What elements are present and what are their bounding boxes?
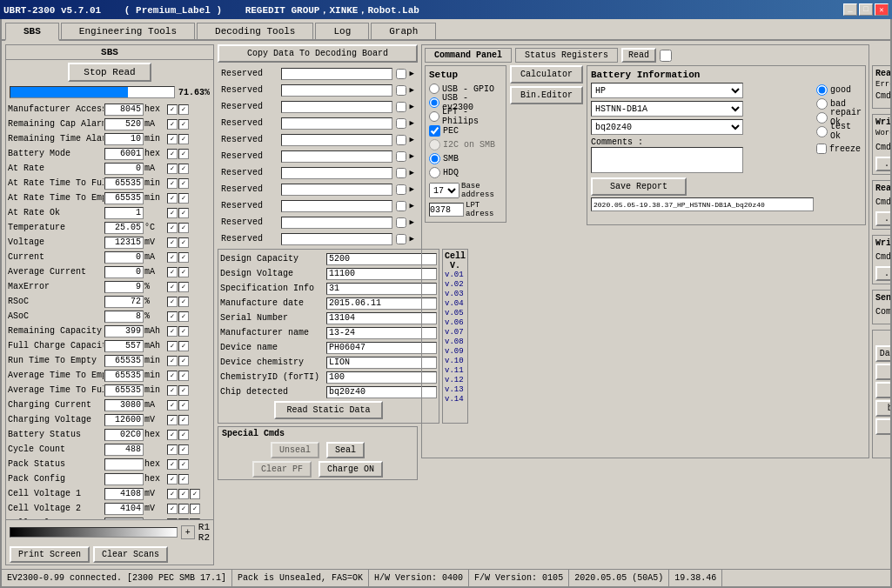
sbs-value-avg-time-empty[interactable] <box>104 370 144 382</box>
static-input-device-chemistry[interactable] <box>326 357 437 369</box>
sbs-value-battery-mode[interactable] <box>104 148 144 160</box>
reserved-check-6[interactable] <box>396 168 406 178</box>
reserved-check-10[interactable] <box>396 234 406 244</box>
sbs-value-rsoc[interactable] <box>104 296 144 308</box>
print-screen-button[interactable]: Print Screen <box>10 546 90 563</box>
reserved-check-4[interactable] <box>396 135 406 145</box>
tab-sbs[interactable]: SBS <box>5 23 59 41</box>
renesas-button[interactable]: Renesas <box>875 382 890 398</box>
reserved-check-9[interactable] <box>396 217 406 228</box>
static-input-chemistry-id[interactable] <box>326 371 437 384</box>
clear-scans-button[interactable]: Clear Scans <box>93 546 168 563</box>
battery-chemistry-select[interactable]: bq20z40 <box>591 119 743 135</box>
usb-ev2300-radio[interactable] <box>429 97 439 108</box>
static-input-mfg-date[interactable] <box>326 297 437 310</box>
sbs-value-charging-voltage[interactable] <box>104 414 144 426</box>
sbs-value-pack-config[interactable] <box>104 473 144 485</box>
reserved-input-8[interactable] <box>281 200 392 212</box>
sbs-value-full-charge-capacity[interactable] <box>104 340 144 352</box>
sbs-value-cell-voltage-1[interactable] <box>104 488 144 500</box>
charge-on-button[interactable]: Charge ON <box>319 461 383 478</box>
sbs-value-remaining-cap-alarm[interactable] <box>104 118 144 130</box>
minimize-button[interactable]: _ <box>843 3 857 16</box>
sbs-value-at-rate-ok[interactable] <box>104 207 144 219</box>
cmd-read-button[interactable]: Read <box>621 48 656 63</box>
write-word-dots-button[interactable]: .. <box>875 157 890 171</box>
static-input-design-capacity[interactable] <box>326 253 437 265</box>
reserved-check-3[interactable] <box>396 118 406 129</box>
reserved-input-2[interactable] <box>281 101 392 113</box>
repair-ok-radio[interactable] <box>816 112 828 124</box>
i2c-smb-radio[interactable] <box>429 139 440 150</box>
good-radio[interactable] <box>816 84 828 96</box>
reserved-input-5[interactable] <box>281 150 392 163</box>
sbs-value-remaining-capacity[interactable] <box>104 325 144 337</box>
reserved-input-7[interactable] <box>281 184 392 196</box>
usb-gpio-radio[interactable] <box>429 84 439 94</box>
sbs-value-asoc[interactable] <box>104 311 144 323</box>
tab-graph[interactable]: Graph <box>371 23 436 39</box>
sbs-value-pack-status[interactable] <box>104 458 144 471</box>
static-input-spec-info[interactable] <box>326 283 437 295</box>
sbs-value-cell-voltage-2[interactable] <box>104 503 144 515</box>
tab-decoding[interactable]: Decoding Tools <box>197 23 313 39</box>
battery-manufacturer-select[interactable]: HP <box>591 83 743 98</box>
clear-pf-button[interactable]: Clear PF <box>252 461 312 478</box>
reserved-check-1[interactable] <box>396 85 406 96</box>
add-icon[interactable]: + <box>181 525 195 539</box>
save-report-button[interactable]: Save Report <box>591 177 687 196</box>
sbs-value-at-rate-empty[interactable] <box>104 192 144 204</box>
sbs-value-voltage[interactable] <box>104 237 144 249</box>
lpt-radio[interactable] <box>429 111 439 122</box>
sbs-value-cycle-count[interactable] <box>104 444 144 456</box>
sbs-value-average-current[interactable] <box>104 266 144 278</box>
freeze-checkbox[interactable] <box>816 144 827 154</box>
reserved-check-0[interactable] <box>396 69 406 79</box>
reserved-input-9[interactable] <box>281 217 392 229</box>
copy-data-button[interactable]: Copy Data To Decoding Board <box>218 44 418 63</box>
sbs-value-at-rate[interactable] <box>104 163 144 175</box>
reserved-check-7[interactable] <box>396 184 406 195</box>
status-reg-tab[interactable]: Status Registers <box>515 48 618 63</box>
reserved-check-8[interactable] <box>396 201 406 211</box>
base-addr-select[interactable]: 17 <box>429 183 459 198</box>
static-input-design-voltage[interactable] <box>326 268 437 280</box>
seal-button[interactable]: Seal <box>326 442 365 458</box>
calculator-button[interactable]: Calculator <box>510 65 583 84</box>
read-static-data-button[interactable]: Read Static Data <box>274 401 382 419</box>
reserved-check-2[interactable] <box>396 102 406 112</box>
sbs-value-charging-current[interactable] <box>104 399 144 411</box>
only-flash-button[interactable]: Only Flash <box>875 418 890 435</box>
static-input-device-name[interactable] <box>326 342 437 354</box>
sbs-value-battery-status[interactable] <box>104 429 144 441</box>
reserved-check-5[interactable] <box>396 151 406 162</box>
cmd-panel-tab[interactable]: Command Panel <box>425 48 512 63</box>
maximize-button[interactable]: □ <box>859 3 873 16</box>
comments-input[interactable] <box>591 147 743 173</box>
sbs-value-maxerror[interactable] <box>104 281 144 293</box>
smb-radio[interactable] <box>429 153 440 164</box>
sbs-value-at-rate-full[interactable] <box>104 177 144 190</box>
sbs-value-current[interactable] <box>104 251 144 264</box>
maxim-button[interactable]: MAXIM <box>875 364 890 380</box>
sbs-value-avg-time-full[interactable] <box>104 384 144 397</box>
bad-radio[interactable] <box>816 98 828 110</box>
sbs-value-manufacturer-access[interactable] <box>104 104 144 116</box>
stop-read-button[interactable]: Stop Read <box>68 63 151 82</box>
tab-engineering[interactable]: Engineering Tools <box>61 23 195 39</box>
reserved-input-3[interactable] <box>281 117 392 130</box>
static-input-chip-detected[interactable] <box>326 386 437 398</box>
close-button[interactable]: ✕ <box>875 3 889 16</box>
bin-editor-button[interactable]: Bin.Editor <box>510 86 583 104</box>
sbs-value-remaining-time-alarm[interactable] <box>104 133 144 145</box>
unseal-button[interactable]: Unseal <box>271 442 319 458</box>
cmd-read-checkbox[interactable] <box>660 50 672 62</box>
battery-model-select[interactable]: HSTNN-DB1A <box>591 101 743 117</box>
bq2060-button[interactable]: bq2060, 24cXX <box>875 400 890 417</box>
sbs-value-temperature[interactable] <box>104 222 144 234</box>
hdq-radio[interactable] <box>429 167 440 178</box>
tab-log[interactable]: Log <box>315 23 369 39</box>
reserved-input-0[interactable] <box>281 68 392 80</box>
test-ok-radio[interactable] <box>816 126 828 137</box>
dataflash-editor-button[interactable]: DataFlash Editor <box>875 345 890 362</box>
